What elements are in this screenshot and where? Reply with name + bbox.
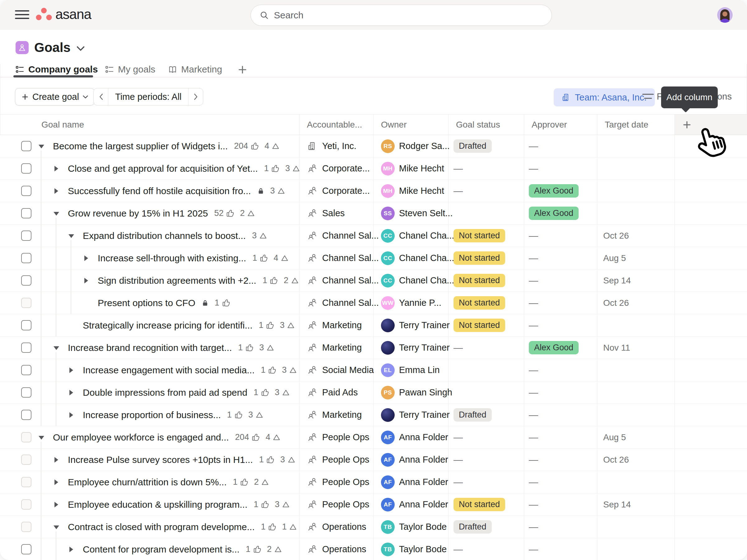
owner-cell[interactable]: ELEmma Lin (374, 359, 448, 381)
owner-cell[interactable]: SSSteven Selt... (374, 202, 448, 224)
accountable-team-cell[interactable]: People Ops (300, 426, 374, 448)
row-checkbox[interactable] (21, 544, 31, 554)
goal-name[interactable]: Employee education & upskilling program.… (68, 499, 248, 510)
accountable-team-cell[interactable]: Marketing (300, 314, 374, 336)
target-date-cell[interactable]: Aug 5 (597, 426, 675, 448)
goal-status-cell[interactable]: — (448, 538, 524, 560)
goal-name[interactable]: Grow revenue by 15% in H1 2025 (68, 208, 208, 219)
approver-badge[interactable]: Alex Good (529, 341, 578, 354)
accountable-team-cell[interactable]: Marketing (300, 404, 374, 426)
approver-badge[interactable]: Alex Good (529, 184, 578, 197)
accountable-team-cell[interactable]: Channel Sal... (300, 224, 374, 247)
table-row[interactable]: Increase proportion of business...13Mark… (0, 404, 747, 426)
collapse-arrow-icon[interactable] (54, 212, 59, 216)
expand-arrow-icon[interactable] (70, 412, 73, 418)
expand-arrow-icon[interactable] (54, 188, 58, 194)
target-date-cell[interactable] (597, 202, 675, 224)
status-badge[interactable]: Drafted (454, 520, 492, 534)
target-date-cell[interactable] (597, 538, 675, 560)
owner-cell[interactable]: AFAnna Folder (374, 494, 448, 515)
goal-cell[interactable]: Present options to CFO1 (0, 292, 300, 314)
goal-status-cell[interactable] (448, 202, 524, 224)
accountable-team-cell[interactable]: Channel Sal... (300, 292, 374, 314)
goal-cell[interactable]: Successfully fend off hostile acquisitio… (0, 180, 300, 202)
target-date-cell[interactable] (597, 381, 675, 403)
goal-cell[interactable]: Grow revenue by 15% in H1 2025522 (0, 202, 300, 224)
row-checkbox[interactable] (21, 432, 31, 443)
expand-arrow-icon[interactable] (54, 502, 58, 507)
team-filter-chip[interactable]: Team: Asana, Inc. (554, 88, 655, 106)
add-column-button[interactable] (675, 114, 747, 135)
row-checkbox[interactable] (21, 499, 31, 510)
target-date-cell[interactable]: Sep 14 (597, 494, 675, 515)
column-header-owner[interactable]: Owner (374, 114, 448, 135)
goal-status-cell[interactable]: — (448, 471, 524, 493)
status-badge[interactable]: Not started (454, 229, 505, 242)
create-goal-button[interactable]: Create goal (15, 88, 95, 105)
row-checkbox[interactable] (21, 320, 31, 330)
row-checkbox[interactable] (21, 477, 31, 487)
goal-cell[interactable]: Employee education & upskilling program.… (0, 494, 300, 515)
target-date-cell[interactable] (597, 314, 675, 336)
expand-arrow-icon[interactable] (70, 367, 73, 373)
target-date-cell[interactable]: Aug 5 (597, 247, 675, 269)
tab-my-goals[interactable]: My goals (105, 64, 155, 75)
goal-name[interactable]: Sign distribution agreements with +2... (98, 275, 256, 286)
goal-status-cell[interactable]: — (448, 180, 524, 202)
accountable-team-cell[interactable]: Corporate... (300, 157, 374, 180)
collapse-arrow-icon[interactable] (54, 526, 59, 529)
accountable-team-cell[interactable]: Marketing (300, 337, 374, 359)
column-header-goal-status[interactable]: Goal status (448, 114, 524, 135)
row-checkbox[interactable] (21, 208, 31, 218)
row-checkbox[interactable] (21, 186, 31, 196)
owner-cell[interactable]: AFAnna Folder (374, 471, 448, 493)
collapse-arrow-icon[interactable] (38, 436, 44, 439)
approver-badge[interactable]: Alex Good (529, 207, 578, 220)
goal-cell[interactable]: Expand distribution channels to boost...… (0, 224, 300, 247)
accountable-team-cell[interactable]: Sales (300, 202, 374, 224)
table-row[interactable]: Become the largest supplier of Widgets i… (0, 135, 747, 157)
table-row[interactable]: Content for program development is...12O… (0, 538, 747, 560)
goal-name[interactable]: Expand distribution channels to boost... (83, 231, 246, 241)
owner-cell[interactable]: TBTaylor Bode (374, 516, 448, 538)
target-date-cell[interactable] (597, 516, 675, 538)
search-bar[interactable] (251, 5, 552, 26)
goal-cell[interactable]: Increase Pulse survey scores +10pts in H… (0, 449, 300, 471)
accountable-team-cell[interactable]: Paid Ads (300, 381, 374, 403)
status-badge[interactable]: Not started (454, 319, 505, 332)
target-date-cell[interactable] (597, 404, 675, 426)
row-checkbox[interactable] (21, 365, 31, 375)
approver-cell[interactable]: — (524, 292, 597, 314)
owner-cell[interactable]: MHMike Hecht (374, 180, 448, 202)
goal-status-cell[interactable] (448, 359, 524, 381)
approver-cell[interactable]: — (524, 426, 597, 448)
goal-name[interactable]: Increase Pulse survey scores +10pts in H… (68, 455, 253, 465)
goal-status-cell[interactable]: — (448, 337, 524, 359)
goal-name[interactable]: Increase brand recognition with target..… (68, 343, 232, 353)
collapse-arrow-icon[interactable] (69, 234, 74, 238)
approver-cell[interactable]: — (524, 471, 597, 493)
status-badge[interactable]: Drafted (454, 139, 492, 153)
goal-status-cell[interactable]: Not started (448, 269, 524, 292)
owner-cell[interactable]: PSPawan Singh (374, 381, 448, 403)
column-header-accountable-[interactable]: Accountable... (300, 114, 374, 135)
owner-cell[interactable]: MHMike Hecht (374, 157, 448, 180)
row-checkbox[interactable] (21, 253, 31, 263)
table-row[interactable]: Increase Pulse survey scores +10pts in H… (0, 449, 747, 471)
goal-name[interactable]: Successfully fend off hostile acquisitio… (68, 186, 251, 196)
status-badge[interactable]: Drafted (454, 408, 492, 422)
goal-cell[interactable]: Strategically increase pricing for ident… (0, 314, 300, 336)
approver-cell[interactable]: — (524, 157, 597, 180)
owner-cell[interactable]: CCChanel Cha... (374, 224, 448, 247)
owner-cell[interactable]: CCChanel Cha... (374, 247, 448, 269)
accountable-team-cell[interactable]: Operations (300, 516, 374, 538)
approver-cell[interactable]: — (524, 314, 597, 336)
goal-cell[interactable]: Contract is closed with program developm… (0, 516, 300, 538)
table-row[interactable]: Expand distribution channels to boost...… (0, 224, 747, 247)
status-badge[interactable]: Not started (454, 296, 505, 310)
approver-cell[interactable]: — (524, 247, 597, 269)
table-row[interactable]: Double impressions from paid ad spend13P… (0, 381, 747, 404)
expand-arrow-icon[interactable] (70, 546, 73, 552)
row-checkbox[interactable] (21, 231, 31, 241)
owner-cell[interactable]: WWYannie P... (374, 292, 448, 314)
